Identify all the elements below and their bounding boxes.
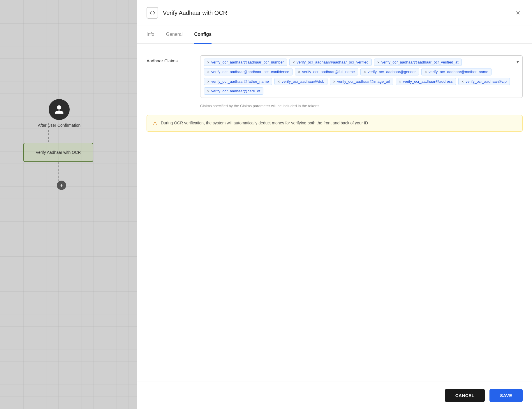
user-icon	[54, 104, 64, 115]
claim-tag: ×verify_ocr_aadhaar@aadhaar_ocr_verified…	[374, 59, 462, 66]
dialog-body: Aadhaar Claims ×verify_ocr_aadhaar@aadha…	[137, 44, 532, 382]
add-node[interactable]: +	[57, 181, 66, 190]
tag-remove-icon[interactable]: ×	[377, 60, 380, 64]
tab-configs[interactable]: Configs	[194, 26, 212, 44]
tag-remove-icon[interactable]: ×	[207, 89, 209, 93]
close-button[interactable]	[513, 8, 523, 17]
claim-tag: ×verify_ocr_aadhaar@care_of	[204, 87, 263, 95]
user-node: After User Confirmation	[38, 99, 80, 128]
claim-tag: ×verify_ocr_aadhaar@zip	[458, 78, 510, 85]
claim-tag: ×verify_ocr_aadhaar@dob	[274, 78, 327, 85]
dialog-title: Verify Aadhaar with OCR	[163, 10, 509, 16]
dialog-header: Verify Aadhaar with OCR	[137, 0, 532, 26]
warning-text: During OCR verification, the system will…	[161, 120, 368, 126]
dialog-footer: CANCEL SAVE	[137, 382, 532, 409]
claims-container[interactable]: ×verify_ocr_aadhaar@aadhaar_ocr_number×v…	[200, 55, 523, 98]
close-icon	[515, 10, 521, 16]
claim-tag: ×verify_ocr_aadhaar@aadhaar_ocr_verified	[289, 59, 372, 66]
canvas-grid	[0, 0, 137, 409]
claims-hint: Claims specified by the Claims parameter…	[200, 104, 523, 108]
connector-line-1	[48, 123, 49, 144]
user-node-label: After User Confirmation	[38, 123, 80, 128]
warning-triangle-icon: ⚠	[153, 120, 157, 127]
claim-tag: ×verify_ocr_aadhaar@aadhaar_ocr_confiden…	[204, 68, 293, 75]
claim-tag: ×verify_ocr_aadhaar@aadhaar_ocr_number	[204, 59, 287, 66]
tabs-bar: Info General Configs	[137, 26, 532, 44]
claim-tag: ×verify_ocr_aadhaar@full_name	[295, 68, 358, 75]
text-cursor	[266, 87, 266, 93]
verify-box-label: Verify Aadhaar with OCR	[36, 150, 81, 155]
connector-line-2	[58, 162, 59, 181]
cancel-button[interactable]: CANCEL	[445, 389, 485, 402]
dropdown-arrow-icon: ▾	[517, 59, 519, 65]
claim-tag: ×verify_ocr_aadhaar@mother_name	[421, 68, 492, 75]
tag-remove-icon[interactable]: ×	[364, 70, 366, 74]
code-brackets-icon	[149, 10, 155, 16]
claim-tag: ×verify_ocr_aadhaar@image_url	[330, 78, 393, 85]
claim-tag: ×verify_ocr_aadhaar@address	[396, 78, 456, 85]
verify-box[interactable]: Verify Aadhaar with OCR	[23, 143, 93, 162]
claims-form-row: Aadhaar Claims ×verify_ocr_aadhaar@aadha…	[147, 55, 523, 98]
tag-remove-icon[interactable]: ×	[278, 80, 280, 84]
tab-info[interactable]: Info	[147, 26, 154, 44]
save-button[interactable]: SAVE	[489, 389, 523, 402]
tag-remove-icon[interactable]: ×	[207, 80, 209, 84]
claim-tag: ×verify_ocr_aadhaar@father_name	[204, 78, 272, 85]
tag-remove-icon[interactable]: ×	[424, 70, 427, 74]
user-avatar	[49, 99, 70, 120]
tag-remove-icon[interactable]: ×	[399, 80, 401, 84]
tag-remove-icon[interactable]: ×	[461, 80, 464, 84]
plus-circle[interactable]: +	[57, 181, 66, 190]
warning-box: ⚠ During OCR verification, the system wi…	[147, 115, 523, 132]
tag-remove-icon[interactable]: ×	[333, 80, 335, 84]
code-icon	[147, 7, 158, 19]
dialog-panel: Verify Aadhaar with OCR Info General Con…	[137, 0, 532, 409]
tag-remove-icon[interactable]: ×	[293, 60, 295, 64]
claim-tag: ×verify_ocr_aadhaar@gender	[360, 68, 419, 75]
verify-node[interactable]: Verify Aadhaar with OCR	[23, 143, 93, 162]
tag-remove-icon[interactable]: ×	[298, 70, 300, 74]
tag-remove-icon[interactable]: ×	[207, 60, 209, 64]
tab-general[interactable]: General	[166, 26, 183, 44]
workflow-canvas: After User Confirmation Verify Aadhaar w…	[0, 0, 137, 409]
claims-label: Aadhaar Claims	[147, 55, 193, 63]
tag-remove-icon[interactable]: ×	[207, 70, 209, 74]
